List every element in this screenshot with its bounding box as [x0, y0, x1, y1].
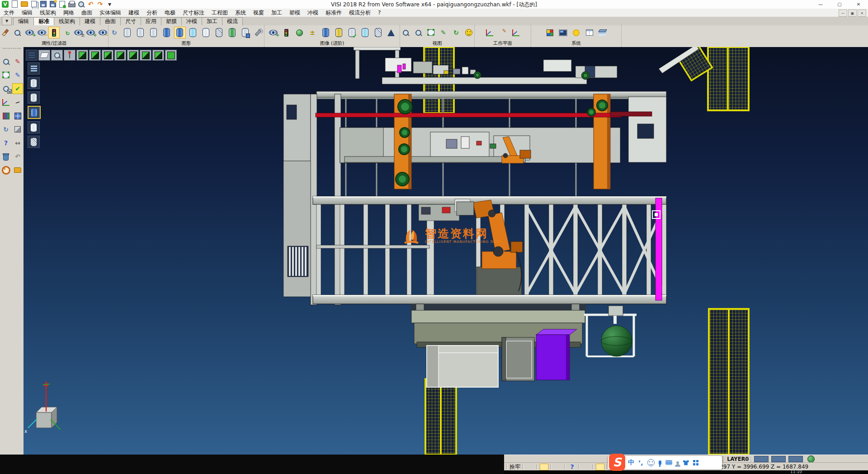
cone-display-icon[interactable]	[385, 27, 397, 38]
help-icon[interactable]: ?	[0, 137, 11, 148]
close-button[interactable]: ✕	[849, 0, 868, 9]
filters-traffic-light-icon[interactable]	[48, 27, 59, 38]
transparent-display-icon[interactable]	[187, 27, 199, 38]
menu-item-11[interactable]: 系统	[231, 9, 250, 17]
menu-item-18[interactable]: ?	[374, 9, 384, 17]
tab-dropdown-button[interactable]: ▼	[2, 17, 12, 25]
under-floor-equipment[interactable]	[410, 304, 637, 387]
mdi-restore-button[interactable]: ▣	[848, 9, 857, 17]
zoom-preview-icon[interactable]	[400, 27, 411, 38]
view-bottom-icon[interactable]	[140, 50, 151, 61]
pick-filter-icon[interactable]	[540, 464, 548, 470]
display-settings-icon[interactable]	[252, 27, 264, 38]
workplane-align-icon[interactable]	[510, 27, 522, 38]
menu-item-1[interactable]: 编辑	[18, 9, 36, 17]
advanced-filter-icon[interactable]	[280, 27, 292, 38]
attributes-preview-icon[interactable]	[12, 27, 23, 38]
globe-icon[interactable]	[807, 455, 815, 463]
wireframe-mode-icon[interactable]	[28, 77, 40, 89]
axis-view-icon[interactable]	[64, 50, 75, 61]
highlight-shade-icon[interactable]	[333, 27, 344, 38]
ime-punctuation-toggle[interactable]: ’,	[638, 459, 643, 466]
menu-item-12[interactable]: 视窗	[250, 9, 268, 17]
view-right-icon[interactable]	[114, 50, 126, 61]
view-refresh-icon[interactable]: ↻	[450, 27, 462, 38]
select-search-icon[interactable]	[0, 56, 11, 67]
toggle-visibility-icon[interactable]: ±	[73, 27, 84, 38]
tab-5[interactable]: 尺寸	[120, 17, 141, 25]
ime-mode-toggle[interactable]: 中	[628, 459, 634, 467]
solid-shade-icon[interactable]	[320, 27, 331, 38]
system-table-icon[interactable]	[584, 27, 595, 38]
view-left-icon[interactable]	[102, 50, 113, 61]
view-isometric-icon[interactable]	[152, 50, 164, 61]
safety-fence-diagonal[interactable]	[678, 47, 712, 81]
snap-settings-icon[interactable]	[526, 464, 534, 470]
tab-1[interactable]: 标准	[33, 17, 54, 25]
workplane-view-icon[interactable]	[38, 50, 50, 61]
hidden-line-mode-icon[interactable]	[28, 91, 40, 104]
menu-item-8[interactable]: 电极	[161, 9, 179, 17]
navigate-wheel-icon[interactable]	[0, 165, 11, 175]
machine-model[interactable]: x	[24, 47, 868, 455]
menu-item-17[interactable]: 模流分析	[345, 9, 374, 17]
curve-edit-icon[interactable]: ~	[12, 97, 23, 108]
context-help-icon[interactable]: ?	[568, 464, 576, 470]
sphere-gantry[interactable]	[584, 306, 637, 356]
hatch-shade-icon[interactable]	[372, 27, 384, 38]
attribute-books-icon[interactable]	[0, 110, 11, 121]
minimize-button[interactable]: —	[811, 0, 830, 9]
transparent-mode-icon[interactable]	[28, 121, 40, 133]
menu-item-6[interactable]: 建模	[125, 9, 143, 17]
mdi-close-button[interactable]: ✕	[858, 9, 866, 17]
system-layers-icon[interactable]	[597, 27, 609, 38]
tab-8[interactable]: 冲模	[181, 17, 202, 25]
system-monitor-icon[interactable]	[557, 27, 569, 38]
menu-item-10[interactable]: 工程图	[208, 9, 231, 17]
ghost-display-icon[interactable]	[200, 27, 212, 38]
wireframe-display-icon[interactable]	[122, 27, 133, 38]
advanced-show-icon[interactable]: +	[267, 27, 279, 38]
green-sphere[interactable]	[601, 326, 632, 356]
tab-7[interactable]: 塑膜	[161, 17, 182, 25]
delete-trash-icon[interactable]	[0, 151, 11, 162]
mdi-minimize-button[interactable]: —	[839, 9, 847, 17]
view-cube-status-icon[interactable]	[596, 464, 604, 470]
ucs-axes-icon[interactable]	[0, 97, 11, 108]
menu-item-3[interactable]: 网格	[60, 9, 78, 17]
workplane-axes-icon[interactable]	[484, 27, 495, 38]
ime-account-icon[interactable]	[676, 461, 679, 464]
view-sketch-icon[interactable]: ✎	[438, 27, 449, 38]
measure-distance-icon[interactable]: ↔	[12, 137, 23, 148]
workplane-edit-icon[interactable]	[497, 27, 509, 38]
panel-grip[interactable]	[3, 48, 21, 52]
window-grid-icon[interactable]	[12, 110, 23, 121]
menu-item-15[interactable]: 冲模	[304, 9, 322, 17]
validate-check-icon[interactable]: ✔	[12, 83, 23, 94]
shaded-display-icon[interactable]	[161, 27, 173, 38]
regenerate-icon[interactable]: ↻	[0, 124, 11, 135]
ime-logo-icon[interactable]: S	[609, 454, 625, 471]
tab-3[interactable]: 建模	[80, 17, 100, 25]
validate-shade-icon[interactable]	[346, 27, 358, 38]
zoom-solid-icon[interactable]	[0, 83, 11, 94]
tab-4[interactable]: 曲面	[100, 17, 121, 25]
menu-item-2[interactable]: 线架构	[36, 9, 60, 17]
menu-item-0[interactable]: 文件	[0, 9, 18, 17]
tab-6[interactable]: 应用	[141, 17, 161, 25]
ime-skin-icon[interactable]	[683, 460, 689, 465]
layer-indicator[interactable]: LAYER0	[727, 456, 749, 462]
grey-cabinet[interactable]	[502, 337, 534, 381]
shaded-edges-display-icon[interactable]	[174, 27, 186, 38]
safety-fence-right-bottom[interactable]	[709, 309, 749, 455]
ime-microphone-icon[interactable]	[659, 460, 661, 465]
view-menu-icon[interactable]	[26, 50, 38, 61]
dashed-hidden-display-icon[interactable]	[148, 27, 160, 38]
menu-item-5[interactable]: 实体编辑	[96, 9, 125, 17]
refresh-visibility-icon[interactable]	[61, 27, 72, 38]
plane-select-icon[interactable]	[0, 70, 11, 81]
safety-fence-left-bottom[interactable]	[425, 379, 456, 455]
view-frame-icon[interactable]	[425, 27, 437, 38]
display-menu-icon[interactable]	[28, 62, 40, 75]
work-mode-icon[interactable]	[554, 464, 562, 470]
